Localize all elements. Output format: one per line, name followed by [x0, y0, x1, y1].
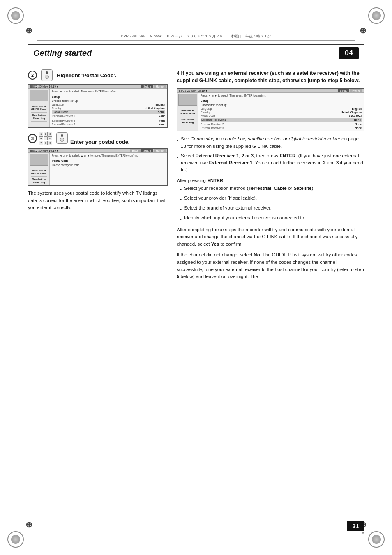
screen4-thumbnail [178, 94, 197, 106]
screen3-topbar-left: BBC2 25-May 10:19 ● [30, 149, 58, 152]
screen3-section: Postal Code [52, 159, 165, 162]
step3-header: 3 1 2 3 4 5 6 7 8 9 [28, 132, 168, 145]
metadata-page: 31 ページ [166, 34, 182, 38]
page-number-badge: 04 [339, 47, 359, 59]
bullet-text-1: See Connecting to a cable box, satellite… [181, 136, 364, 150]
bullet-text-2: Select External Receiver 1, 2 or 3, then… [181, 152, 364, 174]
screen3-sidebar-label1: Welcome toGUIDE Plus+ [31, 169, 46, 175]
after-enter-section: After pressing ENTER: • Select your rece… [177, 178, 364, 223]
screen2-row-ext3: External Receiver 3 None [52, 123, 165, 126]
after-enter-item-1: • Select your reception method (Terrestr… [180, 185, 364, 193]
bullet-item-1: • See Connecting to a cable box, satelli… [177, 136, 364, 150]
screen3-thumbnail [30, 154, 48, 166]
after-enter-item-3: • Select the brand of your external rece… [180, 205, 364, 213]
after-enter-text-4: Identify which input your external recei… [184, 214, 305, 223]
screen4-topbar-left: BBC2 25-May 10:19 ● [179, 89, 207, 92]
screen4-row-country: Country United Kingdom [201, 111, 362, 114]
screen2-hint: Press ◄ or ► to select. Then press ENTER… [52, 90, 165, 94]
screen3-tab-setup: Setup [141, 149, 153, 152]
screen3-sub: Please enter your code [52, 164, 165, 166]
para1: After completing these steps the recorde… [177, 226, 364, 248]
screen2-tab-home: Home [154, 85, 166, 88]
corner-decoration-bl [7, 531, 24, 548]
plus-mark-tr: ⊕ [360, 25, 367, 35]
bullet-item-2: • Select External Receiver 1, 2 or 3, th… [177, 152, 364, 174]
after-enter-item-4: • Identify which input your external rec… [180, 214, 364, 223]
step3-screen: BBC2 25-May 10:19 ● Back Setup Home Welc… [28, 148, 168, 186]
step4-bullet-list: • See Connecting to a cable box, satelli… [177, 136, 364, 173]
step4-screen: BBC2 25-May 10:19 ● Setup Home Welcome t… [177, 88, 364, 131]
after-enter-text-1: Select your reception method (Terrestria… [184, 185, 315, 193]
two-column-layout: 2 Highlight 'Postal Code'. BBC2 25-May 1… [28, 69, 364, 284]
screen4-hint: Press ◄ or ► to select. Then press ENTER… [201, 94, 362, 98]
main-content: Getting started 04 2 Highlight 'Postal C… [28, 44, 364, 511]
screen4-tab-home: Home [350, 89, 362, 92]
screen2-thumbnail [30, 90, 48, 101]
after-enter-text-3: Select the brand of your external receiv… [184, 205, 272, 213]
step4-header: 4 If you are using an external receiver … [177, 69, 364, 84]
metadata-date: ２００６年１２月２８日 木曜日 午後４時２１分 [186, 34, 271, 38]
after-enter-item-2: • Select your provider (if applicable). [180, 195, 364, 203]
screen2-row-ext2: External Receiver 2 None [52, 119, 165, 122]
plus-mark-tl: ⊕ [25, 25, 32, 35]
screen2-sidebar-label2: One-ButtonRecording [32, 114, 46, 120]
after-enter-text-2: Select your provider (if applicable). [184, 195, 257, 203]
screen4-tab-setup: Setup [338, 89, 349, 92]
para2: If the channel did not change, select No… [177, 251, 364, 281]
screen2-tab-setup: Setup [141, 85, 153, 88]
step3-number: 3 [28, 134, 37, 143]
plus-mark-bl: ⊕ [25, 520, 32, 530]
screen4-row-lang: Language English [201, 107, 362, 110]
after-bullet-dot-3: • [180, 206, 182, 213]
bullet-dot-1: • [177, 137, 178, 150]
right-column: 4 If you are using an external receiver … [177, 69, 364, 284]
screen3-tab-back: Back [130, 149, 141, 152]
screen3-dots: - - - - - - [52, 168, 165, 172]
after-bullet-dot-1: • [180, 186, 182, 193]
screen2-choose: Choose item to set up: [52, 99, 165, 102]
remote-icon-step2 [41, 69, 53, 81]
screen2-row-country: Country United Kingdom [52, 107, 165, 110]
screen2-row-ext1: External Receiver 1 None [52, 115, 165, 117]
page-num-box: 31 [347, 521, 364, 531]
step2-number: 2 [28, 71, 37, 80]
bottom-rule [28, 514, 364, 514]
metadata-bar: DVR550H_WV_EN.book 31 ページ ２００６年１２月２８日 木曜… [37, 32, 355, 41]
corner-decoration-tr [368, 7, 385, 24]
step3-body-text: The system uses your postal code to iden… [28, 190, 168, 212]
step2-label: Highlight 'Postal Code'. [57, 72, 116, 78]
step2-screen: BBC2 25-May 10:19 ● Setup Home Welcome t… [28, 84, 168, 128]
remote-icon-step3 [56, 132, 68, 144]
screen3-sidebar-label2: One-ButtonRecording [32, 178, 46, 184]
metadata-text: DVR550H_WV_EN.book [121, 34, 162, 38]
screen3-tab-home: Home [154, 149, 166, 152]
page-num-sub: En [347, 531, 364, 535]
screen2-section: Setup [52, 95, 165, 98]
screen4-row-ext1: External Receiver 1 None [201, 118, 362, 122]
step2-header: 2 Highlight 'Postal Code'. [28, 69, 168, 81]
bullet-dot-2: • [177, 154, 178, 174]
after-bullet-dot-4: • [180, 216, 182, 223]
screen2-row-postal: Postal Code None [52, 110, 165, 114]
left-column: 2 Highlight 'Postal Code'. BBC2 25-May 1… [28, 69, 168, 284]
screen4-choose: Choose item to set up: [201, 104, 362, 106]
screen4-section: Setup [201, 99, 362, 102]
page-header: Getting started 04 [28, 44, 364, 62]
screen4-row-ext2: External Receiver 2 None [201, 123, 362, 126]
screen4-row-ext3: External Receiver 3 None [201, 127, 362, 129]
after-enter-title: After pressing ENTER: [177, 178, 364, 183]
step3-label: Enter your postal code. [70, 139, 129, 145]
screen4-sidebar-label2: One-ButtonRecording [181, 118, 194, 124]
screen2-topbar-left: BBC2 25-May 10:19 ● [30, 85, 58, 88]
page-title: Getting started [33, 48, 92, 58]
screen2-sidebar-label1: Welcome toGUIDE Plus+ [31, 105, 46, 111]
numpad-icon: 1 2 3 4 5 6 7 8 9 [39, 132, 52, 145]
screen2-row-lang: Language English [52, 103, 165, 106]
corner-decoration-tl [7, 7, 24, 24]
after-enter-list: • Select your reception method (Terrestr… [177, 185, 364, 223]
screen4-sidebar-label1: Welcome toGUIDE Plus+ [180, 109, 195, 115]
after-bullet-dot-2: • [180, 196, 182, 203]
page-footer: 31 En [347, 521, 364, 535]
screen4-row-postal: Postal Code SW1(8AZ) [201, 114, 362, 117]
corner-decoration-br [368, 531, 385, 548]
